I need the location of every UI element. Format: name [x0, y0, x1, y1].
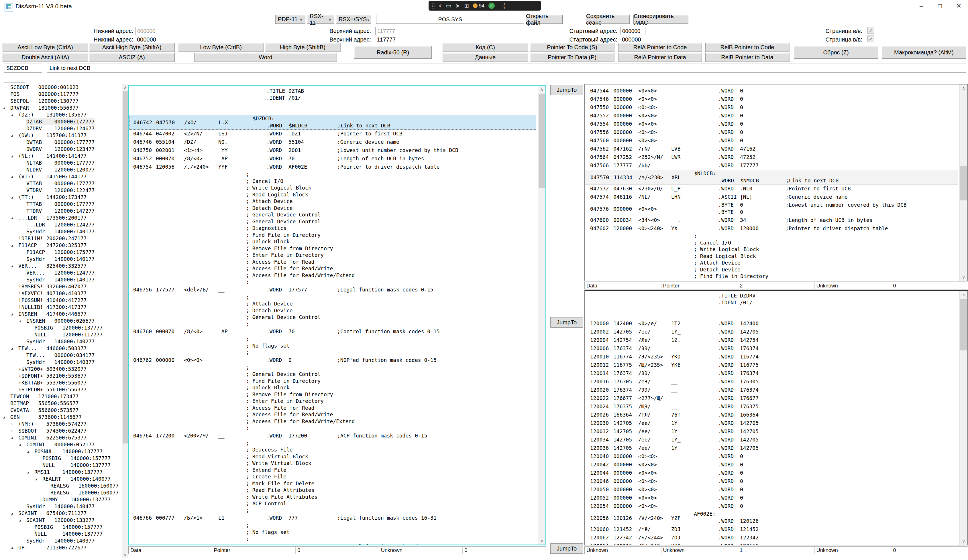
minimize-button[interactable]: – [912, 0, 930, 12]
tree-item-ver[interactable]: ◢VER... 325400:332577 [0, 263, 121, 269]
tree-collapsed-icon[interactable]: ▷ [11, 428, 13, 434]
tree-item-nldrv[interactable]: NLDRV 120000:120077 [0, 166, 121, 173]
scroll-down-icon[interactable]: ∨ [960, 539, 968, 543]
tree-item-tttab[interactable]: TTTAB 000000:177777 [0, 201, 121, 208]
btn-word[interactable]: Word [194, 53, 337, 62]
tree-item-vtdrv[interactable]: VTDRV 120000:122477 [0, 187, 121, 194]
btn-ptr-data[interactable]: Pointer To Data (P) [530, 53, 614, 62]
listing-row[interactable]: ; Access File for Read/Write/Extend [129, 418, 538, 425]
rad50-input[interactable] [4, 74, 25, 83]
listing-row[interactable] [585, 306, 960, 313]
listing-row[interactable]: 047552000000<0><0>.WORD0 [585, 112, 960, 120]
tree-expanded-icon[interactable]: ◢ [11, 434, 13, 441]
right-bottom-scrollbar[interactable]: ∧ ∨ [960, 291, 968, 545]
center-scroll-thumb[interactable] [539, 94, 545, 188]
listing-row[interactable]: 120040000000<0><0>.WORD0 [585, 453, 960, 461]
tree-scroll-thumb[interactable] [123, 91, 128, 443]
listing-row[interactable]: 120054000000<0><0>.WORD0 [585, 502, 960, 510]
collapse-icon[interactable]: ⟨ [503, 2, 506, 9]
listing-row[interactable]: ; Find File in Directory [585, 273, 960, 280]
listing-row[interactable]: 120002142705/ee/1Y_.WORD142705 [585, 328, 960, 336]
listing-row[interactable]: 120042000000<0><0>.WORD0 [585, 461, 960, 469]
listing-row[interactable]: ; Enter File in Directory [129, 398, 538, 405]
listing-row[interactable]: 047602120000<0><240>YX.WORD120000;Pointe… [585, 225, 960, 233]
tree-item-scaint[interactable]: ◢SCAINT 675400:711277 [0, 510, 121, 517]
listing-row[interactable]: 047600000034<34><0> ..WORD34;Length of e… [585, 216, 960, 225]
listing-row[interactable]: ; Cancel I/O [585, 240, 960, 246]
tree-item-ver[interactable]: VER... 120000:124777 [0, 269, 121, 276]
label-comment-input[interactable]: Link to next DCB [47, 64, 966, 73]
file-name-input[interactable]: POS.SYS [376, 15, 524, 24]
listing-row[interactable]: ; [129, 349, 538, 356]
listing-row[interactable]: 120000142400<0>/e/1T2.WORD142400 [585, 319, 960, 328]
btn-rela-code[interactable]: RelA Pointer to Code [618, 43, 702, 52]
tree-expanded-icon[interactable]: ◢ [11, 263, 13, 269]
tree-item-nl[interactable]: ◢(NL:) 141400:141477 [0, 153, 121, 159]
listing-row[interactable]: 047554000000<0><0>.WORD0 [585, 120, 960, 128]
btn-kod[interactable]: Код (C) [443, 43, 528, 52]
listing-row[interactable]: 120050000000<0><0>.WORD0 [585, 486, 960, 494]
listing-row[interactable]: 120014176374/ЭЭ/__.WORD176374 [585, 369, 960, 378]
tree-expanded-icon[interactable]: ◢ [11, 544, 13, 551]
tree-expanded-icon[interactable]: ◢ [11, 345, 13, 352]
btn-ptr-code[interactable]: Pointer To Code (S) [530, 43, 614, 52]
btn-rela-data[interactable]: RelA Pointer to Data [618, 53, 702, 62]
listing-row[interactable]: ; Unlock Block [129, 238, 538, 245]
listing-row[interactable]: 120052000000<0><0>.WORD0 [585, 494, 960, 502]
listing-row[interactable]: ; Access File for Read [585, 280, 960, 282]
listing-row[interactable]: 046762000000<0><0>.WORD0;NOP'ed function… [129, 356, 538, 365]
listing-row[interactable]: ; [129, 171, 538, 178]
tree-item-scboot[interactable]: SCBOOT 000000:001023 [0, 84, 121, 91]
tree-expanded-icon[interactable]: ◢ [3, 104, 5, 111]
listing-row[interactable]: ; Read Virtual Block [129, 454, 538, 460]
drag-handle-icon[interactable]: ⣿ [431, 3, 434, 9]
listing-row[interactable]: 120010116774/Э/<235>YKD.WORD116774 [585, 353, 960, 361]
tree-item-vttab[interactable]: VTTAB 000000:177777 [0, 180, 121, 187]
tree-item-ttdrv[interactable]: TTDRV 120000:147277 [0, 208, 121, 215]
listing-row[interactable]: 120030142705/ee/1Y_.WORD142705 [585, 419, 960, 428]
listing-row[interactable]: 120012116775/Щ/<235>YKE.WORD116775 [585, 361, 960, 369]
tree-item-dwtab[interactable]: DWTAB 000000:177777 [0, 139, 121, 146]
tree-expanded-icon[interactable]: ◢ [11, 194, 13, 201]
listing-row[interactable]: 120016176305/еЭ/__.WORD176305 [585, 378, 960, 386]
listing-row[interactable]: 120060121452/*ё/ZDJ.WORD121452 [585, 525, 960, 534]
listing-row[interactable]: 120006176374/ЭЭ/__.WORD176374 [585, 344, 960, 353]
tree-item-sboot[interactable]: ▷S$BOOT 574300:622477 [0, 428, 121, 434]
listing-row[interactable]: ; [129, 425, 538, 432]
listing-row[interactable]: .TITLEDZTAB [129, 88, 538, 95]
scroll-down-icon[interactable]: ∨ [538, 539, 545, 543]
cursor-icon[interactable]: ➤ [455, 2, 460, 9]
tree-item-null[interactable]: NULL 120000:117777 [0, 331, 121, 338]
right-top-disassembly-panel[interactable]: 047544000000<0><0>.WORD0047546000000<0><… [584, 84, 968, 281]
listing-row[interactable]: 120004142754/Ле/1Z..WORD142754 [585, 336, 960, 344]
listing-row[interactable]: 046744047002<2>/N/LSJ.WORD.DZ1;Pointer t… [129, 130, 538, 138]
btn-sbros[interactable]: Сброс (Z) [794, 46, 878, 59]
display-icon[interactable]: ▭ [446, 2, 451, 9]
tree-item-vt[interactable]: ◢(VT:) 141500:144177 [0, 173, 121, 180]
listing-row[interactable]: .IDENT/01/ [129, 95, 538, 102]
io-page-checkbox[interactable]: ✓ [867, 27, 874, 34]
listing-row[interactable]: 047562047162/rN/LVB.WORD47162 [585, 145, 960, 153]
listing-row[interactable]: ; Detach Device [129, 205, 538, 212]
listing-row[interactable]: ; Cancel I/O [129, 178, 538, 185]
listing-row[interactable]: 047564047252<252>/N/LWR.WORD47252 [585, 153, 960, 162]
tree-item-f11acp[interactable]: ◢F11ACP 247200:325377 [0, 242, 121, 249]
listing-row[interactable]: ; [129, 321, 538, 328]
right-top-scroll-thumb[interactable] [960, 166, 967, 200]
start-address-input[interactable]: 000000 [620, 27, 645, 35]
listing-row[interactable]: 120020176374/ЭЭ/__.WORD176374 [585, 386, 960, 394]
scroll-up-icon[interactable]: ∧ [960, 292, 968, 297]
tree-item-bitmap[interactable]: BITMAP 556500:556577 [0, 400, 121, 407]
scroll-up-icon[interactable]: ∧ [960, 86, 968, 91]
listing-row[interactable]: ; [129, 522, 538, 529]
tree-expanded-icon[interactable]: ◢ [35, 476, 37, 482]
listing-row[interactable]: ; Attach Device [129, 198, 538, 205]
tree-item-comini[interactable]: ◢COMINI 622500:675377 [0, 434, 121, 441]
jumpto-button-middle[interactable]: JumpTo [550, 317, 583, 327]
btn-radix[interactable]: Radix-50 (R) [354, 46, 432, 59]
listing-row[interactable]: ; General Device Control [129, 371, 538, 378]
listing-row[interactable]: ; [129, 440, 538, 447]
listing-row[interactable]: 047576000000<0><0>.BYTE0;Lowest unit num… [585, 201, 960, 216]
btn-relb-code[interactable]: RelB Pointer to Code [705, 43, 789, 52]
tree-item-pos[interactable]: POS 000000:117777 [0, 91, 121, 97]
